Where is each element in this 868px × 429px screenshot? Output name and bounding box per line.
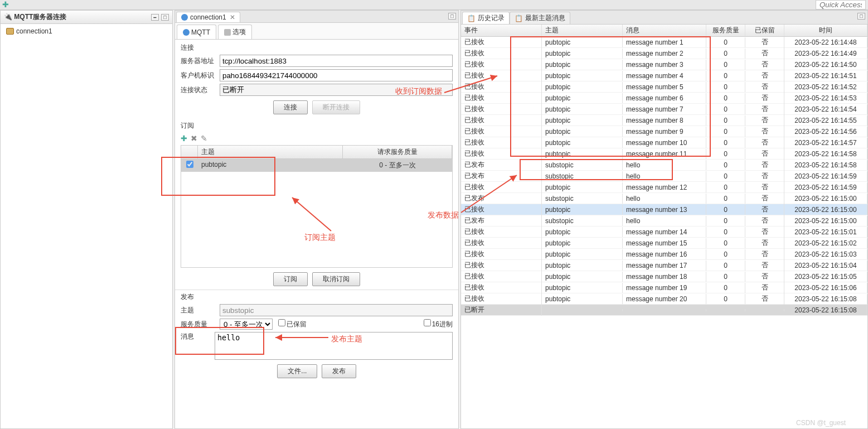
editor-tab[interactable]: connection1 ✕ [176,12,240,22]
close-icon[interactable]: ✕ [230,13,235,21]
editor-panel: connection1 ✕ □ MQTT 选项 连接 服务器地址 客户机标识 连… [174,10,459,429]
publish-button[interactable]: 发布 [322,364,356,378]
subscribe-table: 主题 请求服务质量 pubtopic 0 - 至多一次 [181,145,453,268]
tab-history[interactable]: 📋 历史记录 [462,12,510,24]
maximize-icon[interactable]: □ [857,13,865,20]
pub-qos-label: 服务质量 [181,320,220,329]
client-input[interactable] [220,69,453,81]
col-retain[interactable]: 已保留 [745,25,784,36]
server-label: 服务器地址 [181,56,220,66]
server-input[interactable] [220,55,453,67]
history-row[interactable]: 已接收pubtopicmessage number 90否2023-05-22 … [461,126,867,137]
pub-msg-label: 消息 [181,332,215,341]
tree-item-connection[interactable]: connection1 [3,26,170,36]
pub-topic-input[interactable] [220,304,453,316]
status-value [220,84,453,96]
history-row[interactable]: 已发布substopichello0否2023-05-22 16:14:58 [461,160,867,171]
client-label: 客户机标识 [181,71,220,80]
section-title: 发布 [181,292,453,302]
edit-sub-icon[interactable]: ✎ [201,134,207,143]
history-row[interactable]: 已接收pubtopicmessage number 10否2023-05-22 … [461,37,867,48]
history-row[interactable]: 已接收pubtopicmessage number 70否2023-05-22 … [461,104,867,115]
history-panel: 📋 历史记录 📋 最新主题消息 □ 事件 主题 消息 服务质量 已保留 时间 已… [460,10,868,429]
section-title: 订阅 [181,121,453,131]
history-row[interactable]: 已接收pubtopicmessage number 50否2023-05-22 … [461,81,867,93]
col-topic: 主题 [198,146,343,158]
tree-label: connection1 [16,27,52,35]
mqtt-icon [183,29,190,36]
tab-latest[interactable]: 📋 最新主题消息 [510,12,570,24]
history-row[interactable]: 已接收pubtopicmessage number 20否2023-05-22 … [461,48,867,59]
retain-checkbox[interactable] [278,319,285,326]
col-time[interactable]: 时间 [784,25,867,36]
history-row[interactable]: 已接收pubtopicmessage number 40否2023-05-22 … [461,70,867,81]
history-row[interactable]: 已接收pubtopicmessage number 30否2023-05-22 … [461,59,867,70]
history-table: 事件 主题 消息 服务质量 已保留 时间 已接收pubtopicmessage … [461,25,867,428]
section-title: 连接 [181,43,453,52]
gear-icon [224,29,231,36]
connection-icon [6,28,14,35]
connections-panel: 🔌 MQTT服务器连接 ‒ □ connection1 [0,10,173,429]
subtab-mqtt[interactable]: MQTT [177,25,216,39]
connection-section: 连接 服务器地址 客户机标识 连接状态 连接 断开连接 [175,40,458,118]
maximize-icon[interactable]: □ [161,14,169,21]
history-row[interactable]: 已接收pubtopicmessage number 150否2023-05-22… [461,238,867,249]
tab-label: connection1 [190,13,226,21]
remove-sub-icon[interactable]: ✖ [191,134,197,143]
history-row[interactable]: 已接收pubtopicmessage number 100否2023-05-22… [461,137,867,148]
pub-qos-select[interactable]: 0 - 至多一次 [220,319,273,330]
col-msg[interactable]: 消息 [623,25,706,36]
subscribe-section: 订阅 ✚ ✖ ✎ 主题 请求服务质量 pubtopic 0 - 至多一次 [175,118,458,290]
history-row[interactable]: 已发布substopichello0否2023-05-22 16:14:59 [461,171,867,182]
publish-section: 发布 主题 服务质量 0 - 至多一次 已保留 16进制 消息hello 文件.… [175,290,458,382]
disconnect-button[interactable]: 断开连接 [312,100,360,114]
sub-checkbox[interactable] [186,161,193,168]
col-qos: 请求服务质量 [343,146,452,158]
quick-access-input[interactable] [816,0,866,9]
history-row[interactable]: 已接收pubtopicmessage number 80否2023-05-22 … [461,115,867,126]
history-row[interactable]: 已接收pubtopicmessage number 130否2023-05-22… [461,204,867,215]
hex-checkbox[interactable] [424,319,431,326]
panel-title: MQTT服务器连接 [14,13,66,21]
history-row[interactable]: 已接收pubtopicmessage number 170否2023-05-22… [461,260,867,271]
history-row[interactable]: 已接收pubtopicmessage number 110否2023-05-22… [461,148,867,160]
subscribe-row[interactable]: pubtopic 0 - 至多一次 [181,159,452,172]
history-row[interactable]: 已接收pubtopicmessage number 120否2023-05-22… [461,182,867,193]
maximize-icon[interactable]: □ [448,13,456,20]
pub-topic-label: 主题 [181,306,220,315]
history-row[interactable]: 已接收pubtopicmessage number 60否2023-05-22 … [461,93,867,104]
history-row[interactable]: 已发布substopichello0否2023-05-22 16:15:00 [461,193,867,204]
pub-msg-input[interactable]: hello [215,332,453,360]
watermark: CSDN @t_guest [796,419,846,427]
connect-button[interactable]: 连接 [273,100,308,114]
history-row[interactable]: 已接收pubtopicmessage number 160否2023-05-22… [461,249,867,260]
col-event[interactable]: 事件 [461,25,542,36]
col-qos[interactable]: 服务质量 [706,25,745,36]
history-row[interactable]: 已接收pubtopicmessage number 200否2023-05-22… [461,293,867,305]
history-row[interactable]: 已断开2023-05-22 16:15:08 [461,305,867,316]
add-icon[interactable]: ✚ [2,0,9,9]
sub-topic: pubtopic [198,159,343,172]
history-row[interactable]: 已发布substopichello0否2023-05-22 16:15:00 [461,215,867,226]
file-button[interactable]: 文件... [277,364,317,378]
unsubscribe-button[interactable]: 取消订阅 [312,272,360,286]
history-header: 事件 主题 消息 服务质量 已保留 时间 [461,25,867,37]
status-label: 连接状态 [181,85,220,95]
subscribe-button[interactable]: 订阅 [273,272,308,286]
history-row[interactable]: 已接收pubtopicmessage number 140否2023-05-22… [461,226,867,238]
add-sub-icon[interactable]: ✚ [181,134,187,143]
history-row[interactable]: 已接收pubtopicmessage number 180否2023-05-22… [461,271,867,282]
history-row[interactable]: 已接收pubtopicmessage number 190否2023-05-22… [461,282,867,293]
connection-tab-icon [181,14,188,21]
minimize-icon[interactable]: ‒ [151,14,159,21]
top-toolbar: ✚ [0,0,868,10]
col-topic[interactable]: 主题 [542,25,623,36]
sub-qos: 0 - 至多一次 [343,159,452,172]
subtab-options[interactable]: 选项 [218,25,252,39]
